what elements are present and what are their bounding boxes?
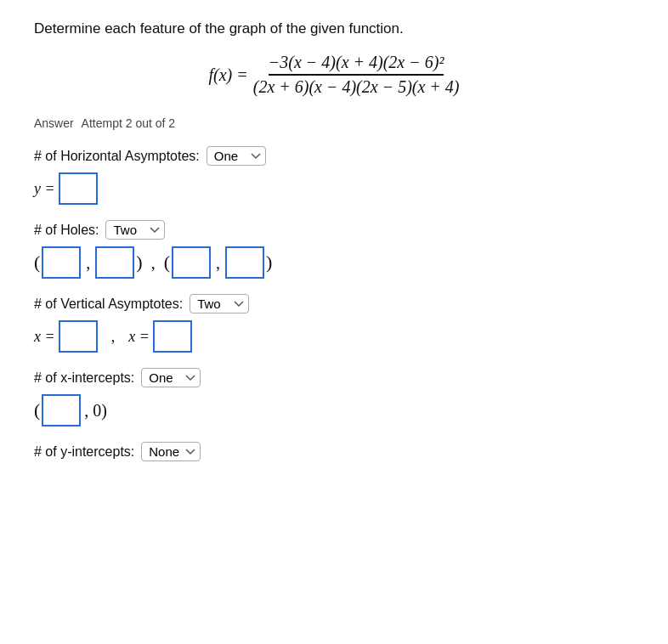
holes-separator: , <box>151 253 156 273</box>
attempt-label: Attempt 2 out of 2 <box>82 116 176 130</box>
y-equals-label: y = <box>34 180 55 198</box>
horizontal-asymptotes-section: # of Horizontal Asymptotes: None One Two… <box>34 146 634 205</box>
y-intercepts-label: # of y-intercepts: None One Two Three <box>34 442 634 461</box>
va-x2-label: x = <box>128 328 150 346</box>
hole1-close-paren: ) <box>136 251 142 274</box>
x-intercept-input-row: ( , 0) <box>34 394 634 427</box>
va-separator: , <box>111 328 116 346</box>
holes-label: # of Holes: None One Two Three <box>34 220 634 240</box>
xi-open-paren: ( <box>34 399 40 421</box>
formula-numerator: −3(x − 4)(x + 4)(2x − 6)² <box>269 53 444 76</box>
instruction-text: Determine each feature of the graph of t… <box>34 20 634 37</box>
hole1-x-input[interactable] <box>42 246 81 279</box>
ha-input-row: y = <box>34 172 634 205</box>
hole2-comma: , <box>216 253 220 273</box>
y-intercepts-dropdown[interactable]: None One Two Three <box>141 442 201 461</box>
va-input-row: x = , x = <box>34 320 634 353</box>
holes-section: # of Holes: None One Two Three ( , ) , (… <box>34 220 634 279</box>
formula-lhs: f(x) = <box>208 65 247 85</box>
holes-dropdown[interactable]: None One Two Three <box>105 220 165 240</box>
hole2-y-input[interactable] <box>225 246 264 279</box>
va-x1-label: x = <box>34 328 55 346</box>
answer-label: Answer <box>34 116 74 130</box>
formula-denominator: (2x + 6)(x − 4)(2x − 5)(x + 4) <box>253 76 460 97</box>
ha-value-input[interactable] <box>59 172 98 205</box>
hole2-open-paren: ( <box>164 251 170 274</box>
horizontal-asymptotes-dropdown[interactable]: None One Two Three <box>207 146 266 166</box>
va-x2-input[interactable] <box>153 320 192 353</box>
x-intercepts-section: # of x-intercepts: None One Two Three ( … <box>34 368 634 427</box>
holes-input-row: ( , ) , ( , ) <box>34 246 634 279</box>
hole1-comma: , <box>86 253 90 273</box>
y-intercepts-section: # of y-intercepts: None One Two Three <box>34 442 634 461</box>
x-intercepts-label: # of x-intercepts: None One Two Three <box>34 368 634 387</box>
vertical-asymptotes-section: # of Vertical Asymptotes: None One Two T… <box>34 294 634 353</box>
vertical-asymptotes-dropdown[interactable]: None One Two Three <box>190 294 249 314</box>
xi-zero-label: , 0) <box>84 401 107 421</box>
answer-header: Answer Attempt 2 out of 2 <box>34 116 634 131</box>
va-label-text: # of Vertical Asymptotes: <box>34 297 183 312</box>
holes-label-text: # of Holes: <box>34 223 99 238</box>
ha-label-text: # of Horizontal Asymptotes: <box>34 149 200 164</box>
hole1-open-paren: ( <box>34 251 40 274</box>
hole1-y-input[interactable] <box>95 246 134 279</box>
yi-label-text: # of y-intercepts: <box>34 444 134 460</box>
hole2-x-input[interactable] <box>172 246 211 279</box>
hole2-close-paren: ) <box>266 251 272 274</box>
x-intercepts-dropdown[interactable]: None One Two Three <box>141 368 201 387</box>
xi-x-input[interactable] <box>42 394 81 427</box>
xi-label-text: # of x-intercepts: <box>34 370 134 386</box>
horizontal-asymptotes-label: # of Horizontal Asymptotes: None One Two… <box>34 146 634 166</box>
vertical-asymptotes-label: # of Vertical Asymptotes: None One Two T… <box>34 294 634 314</box>
formula-fraction: −3(x − 4)(x + 4)(2x − 6)² (2x + 6)(x − 4… <box>253 53 460 97</box>
va-x1-input[interactable] <box>59 320 98 353</box>
formula-display: f(x) = −3(x − 4)(x + 4)(2x − 6)² (2x + 6… <box>34 53 634 97</box>
